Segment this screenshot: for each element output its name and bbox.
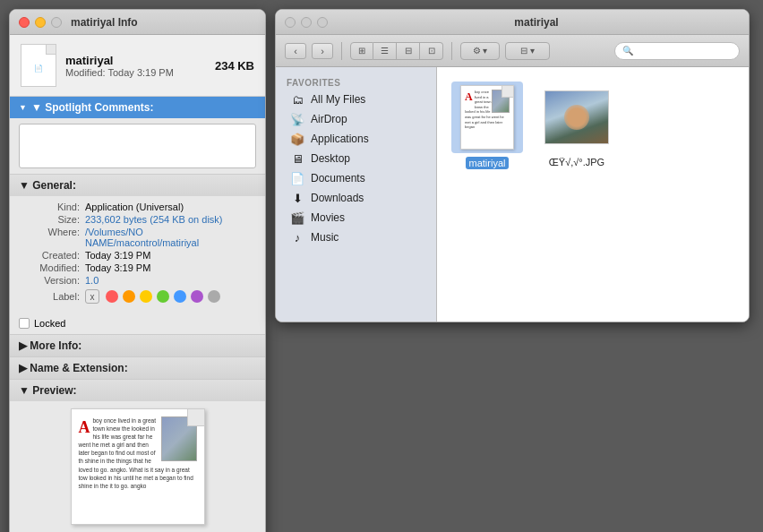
sidebar-item-airdrop[interactable]: 📡 AirDrop bbox=[279, 109, 433, 129]
sidebar-item-documents[interactable]: 📄 Documents bbox=[279, 168, 433, 188]
sidebar-item-applications[interactable]: 📦 Applications bbox=[279, 129, 433, 149]
list-view-button[interactable]: ☰ bbox=[373, 42, 397, 60]
finder-zoom-button[interactable] bbox=[317, 17, 328, 28]
spotlight-label: ▼ Spotlight Comments: bbox=[31, 101, 154, 114]
search-icon: 🔍 bbox=[622, 46, 633, 56]
sidebar-item-label: Downloads bbox=[311, 192, 364, 204]
version-label: Version: bbox=[19, 275, 80, 286]
preview-section: ▼ Preview: A boy once lived in a great t… bbox=[10, 380, 265, 532]
kind-label: Kind: bbox=[19, 202, 80, 212]
orange-label[interactable] bbox=[123, 290, 135, 303]
green-label[interactable] bbox=[157, 290, 169, 303]
desktop-icon: 🖥 bbox=[290, 151, 304, 166]
doc-thumb-inner: A boy once lived in a great town knew th… bbox=[461, 86, 513, 133]
name-extension-section: ▶ Name & Extension: bbox=[10, 357, 265, 380]
preview-content: A boy once lived in a great town knew th… bbox=[10, 401, 265, 532]
created-value: Today 3:19 PM bbox=[85, 250, 256, 261]
kind-row: Kind: Application (Universal) bbox=[19, 202, 256, 212]
documents-icon: 📄 bbox=[290, 171, 304, 185]
file-modified: Modified: Today 3:19 PM bbox=[65, 67, 206, 78]
finder-main: A boy once lived in a great town knew th… bbox=[437, 67, 749, 322]
zoom-button[interactable] bbox=[51, 17, 62, 28]
toolbar-separator-2 bbox=[451, 42, 452, 60]
search-box[interactable]: 🔍 bbox=[614, 42, 740, 60]
file-item-matiriyal[interactable]: A boy once lived in a great town knew th… bbox=[451, 82, 523, 169]
version-value: 1.0 bbox=[85, 275, 256, 286]
sidebar-item-label: Movies bbox=[311, 211, 345, 224]
file-name: matiriyal bbox=[65, 54, 206, 67]
info-panel: matiriyal Info 📄 matiriyal Modified: Tod… bbox=[9, 9, 266, 532]
back-button[interactable]: ‹ bbox=[285, 43, 306, 59]
locked-checkbox[interactable] bbox=[19, 318, 30, 329]
cover-flow-button[interactable]: ⊡ bbox=[420, 42, 443, 60]
label-row: Label: x bbox=[19, 289, 256, 304]
doc-initial: A bbox=[465, 90, 473, 105]
info-header: 📄 matiriyal Modified: Today 3:19 PM 234 … bbox=[10, 35, 265, 97]
finder-sidebar: FAVORITES 🗂 All My Files 📡 AirDrop 📦 App… bbox=[276, 67, 437, 322]
blue-label[interactable] bbox=[174, 290, 186, 303]
spotlight-triangle: ▼ bbox=[19, 103, 27, 112]
label-x-button[interactable]: x bbox=[85, 289, 99, 304]
sidebar-item-downloads[interactable]: ⬇ Downloads bbox=[279, 188, 433, 208]
column-view-button[interactable]: ⊟ bbox=[397, 42, 420, 60]
preview-header[interactable]: ▼ Preview: bbox=[10, 380, 265, 401]
info-titlebar: matiriyal Info bbox=[10, 10, 265, 35]
finder-window: matiriyal ‹ › ⊞ ☰ ⊟ ⊡ ⚙ ▾ ⊟ ▾ 🔍 FAVORITE… bbox=[275, 9, 750, 322]
sidebar-item-desktop[interactable]: 🖥 Desktop bbox=[279, 149, 433, 168]
kind-value: Application (Universal) bbox=[85, 202, 256, 212]
size-row: Size: 233,602 bytes (254 KB on disk) bbox=[19, 214, 256, 225]
finder-minimize-button[interactable] bbox=[301, 17, 312, 28]
name-extension-header[interactable]: ▶ Name & Extension: bbox=[10, 357, 265, 379]
spotlight-textarea[interactable] bbox=[19, 124, 256, 168]
where-value: /Volumes/NO NAME/macontrol/matiriyal bbox=[85, 227, 256, 248]
yellow-label[interactable] bbox=[140, 290, 152, 303]
more-info-header[interactable]: ▶ More Info: bbox=[10, 335, 265, 356]
finder-close-button[interactable] bbox=[285, 17, 296, 28]
toolbar-separator-1 bbox=[341, 42, 342, 60]
purple-label[interactable] bbox=[191, 290, 203, 303]
size-label: Size: bbox=[19, 214, 80, 225]
modified-row: Modified: Today 3:19 PM bbox=[19, 262, 256, 273]
created-label: Created: bbox=[19, 250, 80, 261]
finder-titlebar: matiriyal bbox=[276, 10, 749, 35]
size-value: 233,602 bytes (254 KB on disk) bbox=[85, 214, 256, 225]
created-row: Created: Today 3:19 PM bbox=[19, 250, 256, 261]
file-thumb-matiriyal: A boy once lived in a great town knew th… bbox=[451, 82, 523, 153]
airdrop-icon: 📡 bbox=[290, 112, 304, 126]
arrange-button[interactable]: ⊟ ▾ bbox=[505, 42, 550, 60]
applications-icon: 📦 bbox=[290, 132, 304, 146]
locked-row: Locked bbox=[10, 313, 265, 334]
file-icon-text: 📄 bbox=[30, 61, 47, 76]
minimize-button[interactable] bbox=[35, 17, 46, 28]
gray-label[interactable] bbox=[208, 290, 220, 303]
modified-label: Modified: bbox=[19, 262, 80, 273]
file-meta: matiriyal Modified: Today 3:19 PM bbox=[65, 54, 206, 78]
name-extension-label: ▶ Name & Extension: bbox=[19, 362, 128, 374]
version-row: Version: 1.0 bbox=[19, 275, 256, 286]
where-row: Where: /Volumes/NO NAME/macontrol/matiri… bbox=[19, 227, 256, 248]
red-label[interactable] bbox=[106, 290, 118, 303]
preview-photo bbox=[161, 416, 197, 461]
music-icon: ♪ bbox=[290, 230, 304, 245]
file-item-image[interactable]: ŒŸ√,√°.JPG bbox=[541, 82, 613, 167]
icon-view-button[interactable]: ⊞ bbox=[350, 42, 373, 60]
close-button[interactable] bbox=[19, 17, 30, 28]
more-info-section: ▶ More Info: bbox=[10, 335, 265, 357]
label-label: Label: bbox=[19, 291, 80, 302]
finder-body: FAVORITES 🗂 All My Files 📡 AirDrop 📦 App… bbox=[276, 67, 749, 322]
action-button[interactable]: ⚙ ▾ bbox=[460, 42, 500, 60]
spotlight-header[interactable]: ▼ ▼ Spotlight Comments: bbox=[10, 97, 265, 118]
label-colors: x bbox=[85, 289, 222, 304]
forward-button[interactable]: › bbox=[312, 43, 333, 59]
general-content: Kind: Application (Universal) Size: 233,… bbox=[10, 196, 265, 313]
file-size: 234 KB bbox=[215, 59, 254, 73]
preview-doc-inner: A boy once lived in a great town knew th… bbox=[72, 409, 204, 493]
sidebar-item-all-my-files[interactable]: 🗂 All My Files bbox=[279, 90, 433, 109]
sidebar-item-movies[interactable]: 🎬 Movies bbox=[279, 208, 433, 227]
general-section: ▼ General: Kind: Application (Universal)… bbox=[10, 175, 265, 335]
preview-document: A boy once lived in a great town knew th… bbox=[71, 408, 205, 525]
general-header[interactable]: ▼ General: bbox=[10, 175, 265, 196]
sidebar-item-music[interactable]: ♪ Music bbox=[279, 227, 433, 247]
general-label: ▼ General: bbox=[19, 179, 76, 192]
sidebar-item-label: Music bbox=[311, 231, 339, 244]
